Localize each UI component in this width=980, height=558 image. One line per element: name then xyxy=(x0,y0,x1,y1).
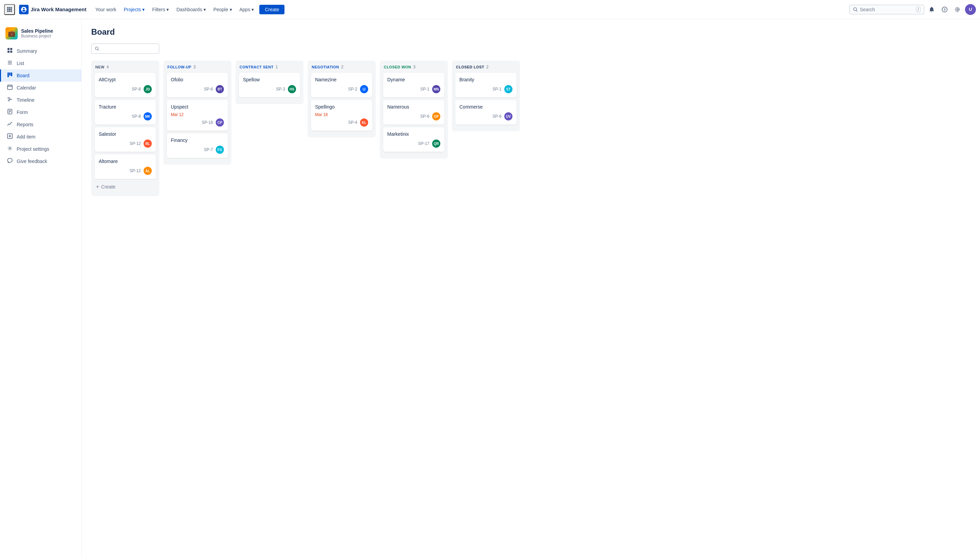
column-count-negotiation: 2 xyxy=(341,65,343,69)
card-id: SP-4 xyxy=(348,120,357,125)
sidebar-label-board: Board xyxy=(17,73,29,78)
sidebar-item-calendar[interactable]: Calendar xyxy=(0,82,81,94)
card-avatar: HS xyxy=(288,85,296,93)
card-avatar: RL xyxy=(144,140,152,148)
project-avatar: 💼 xyxy=(5,27,18,39)
sidebar-label-summary: Summary xyxy=(17,48,37,54)
column-count-contract-sent: 1 xyxy=(276,65,278,69)
sidebar-item-timeline[interactable]: Timeline xyxy=(0,94,81,106)
app-name: Jira Work Management xyxy=(31,7,87,12)
card[interactable]: AltCrypt SP-8 JD xyxy=(95,73,156,97)
card[interactable]: Commerse SP-6 UV xyxy=(455,100,517,125)
card[interactable]: Branity SP-1 ST xyxy=(455,73,517,97)
card-avatar: QR xyxy=(432,140,440,148)
card[interactable]: Upspect Mar 12 SP-18 CP xyxy=(167,100,228,131)
card-id: SP-6 xyxy=(492,114,502,119)
card-title: Tracture xyxy=(98,104,152,110)
sidebar-label-list: List xyxy=(17,61,24,66)
create-button[interactable]: Create xyxy=(259,5,284,14)
card[interactable]: Marketinix SP-17 QR xyxy=(383,127,445,152)
sidebar-item-reports[interactable]: Reports xyxy=(0,118,81,131)
sidebar-item-summary[interactable]: Summary xyxy=(0,45,81,57)
nav-your-work[interactable]: Your work xyxy=(92,5,120,14)
card-title: Altomare xyxy=(98,159,152,164)
card-footer: SP-12 AL xyxy=(98,167,152,175)
card-avatar: UV xyxy=(504,112,512,120)
svg-rect-8 xyxy=(11,11,12,12)
card-id: SP-8 xyxy=(132,87,141,92)
card-title: Branity xyxy=(460,77,512,82)
card[interactable]: Financy SP-7 FG xyxy=(167,133,228,158)
nav-items: Your work Projects ▾ Filters ▾ Dashboard… xyxy=(92,5,285,14)
nav-people[interactable]: People ▾ xyxy=(210,5,235,14)
svg-rect-3 xyxy=(7,9,8,10)
filters-chevron-icon: ▾ xyxy=(166,7,169,12)
create-card-button[interactable]: + Create xyxy=(95,182,156,192)
project-header: 💼 Sales Pipeline Business project xyxy=(0,25,81,45)
plus-icon: + xyxy=(96,184,99,190)
nav-dashboards[interactable]: Dashboards ▾ xyxy=(173,5,209,14)
card[interactable]: Namerous SP-6 OP xyxy=(383,100,445,125)
card[interactable]: Namezine SP-2 IJ xyxy=(311,73,372,97)
card[interactable]: Altomare SP-12 AL xyxy=(95,154,156,179)
sidebar-item-board[interactable]: Board xyxy=(0,69,81,82)
card-id: SP-7 xyxy=(204,147,213,152)
project-type: Business project xyxy=(21,34,53,38)
board-column-closed-won: CLOSED WON3 Dyname SP-1 MN Namerous SP-6… xyxy=(380,61,448,159)
card-footer: SP-2 IJ xyxy=(315,85,368,93)
sidebar-item-form[interactable]: Form xyxy=(0,106,81,118)
card[interactable]: Salestor SP-12 RL xyxy=(95,127,156,152)
notifications-button[interactable] xyxy=(926,4,937,15)
svg-rect-16 xyxy=(8,51,10,53)
card[interactable]: Tracture SP-8 MK xyxy=(95,100,156,125)
sidebar-label-project-settings: Project settings xyxy=(17,146,49,152)
card-title: Marketinix xyxy=(387,131,440,137)
dashboards-chevron-icon: ▾ xyxy=(204,7,206,12)
project-name: Sales Pipeline xyxy=(21,28,53,34)
nav-apps[interactable]: Apps ▾ xyxy=(236,5,258,14)
sidebar-item-project-settings[interactable]: Project settings xyxy=(0,143,81,155)
card-title: Commerse xyxy=(460,104,512,110)
people-chevron-icon: ▾ xyxy=(230,7,232,12)
app-logo[interactable]: Jira Work Management xyxy=(16,5,89,14)
svg-rect-22 xyxy=(9,72,11,75)
search-icon xyxy=(853,7,858,12)
column-header-closed-won: CLOSED WON3 xyxy=(383,65,445,69)
svg-rect-18 xyxy=(8,61,12,62)
help-button[interactable]: ? xyxy=(939,4,950,15)
sidebar-item-give-feedback[interactable]: Give feedback xyxy=(0,155,81,167)
board-icon xyxy=(7,72,13,79)
board-search-input[interactable] xyxy=(102,46,156,51)
card-id: SP-6 xyxy=(420,114,429,119)
card-due-date: Mar 16 xyxy=(315,112,368,117)
search-box[interactable]: Search / xyxy=(849,5,924,14)
card[interactable]: Ofolio SP-6 BT xyxy=(167,73,228,97)
card-avatar: KL xyxy=(360,118,368,126)
card[interactable]: Spellow SP-3 HS xyxy=(239,73,300,97)
svg-rect-1 xyxy=(9,7,10,8)
nav-projects[interactable]: Projects ▾ xyxy=(120,5,148,14)
card[interactable]: Spellingo Mar 16 SP-4 KL xyxy=(311,100,372,131)
svg-line-11 xyxy=(857,10,858,11)
card-footer: SP-4 KL xyxy=(315,118,368,126)
svg-rect-21 xyxy=(8,72,9,77)
nav-filters[interactable]: Filters ▾ xyxy=(149,5,172,14)
card-id: SP-2 xyxy=(348,87,357,92)
sidebar-item-list[interactable]: List xyxy=(0,57,81,69)
board-column-follow-up: FOLLOW-UP3 Ofolio SP-6 BT Upspect Mar 12… xyxy=(163,61,231,165)
svg-point-10 xyxy=(854,8,857,11)
settings-button[interactable] xyxy=(952,4,963,15)
sidebar-item-add-item[interactable]: Add item xyxy=(0,131,81,143)
card-footer: SP-8 JD xyxy=(98,85,152,93)
column-title-follow-up: FOLLOW-UP xyxy=(167,65,191,69)
svg-rect-30 xyxy=(8,100,10,101)
board-search-box[interactable] xyxy=(91,44,159,54)
board-column-closed-lost: CLOSED LOST2 Branity SP-1 ST Commerse SP… xyxy=(452,61,520,131)
card-title: Upspect xyxy=(171,104,224,110)
grid-menu-button[interactable] xyxy=(4,4,15,15)
app-layout: 💼 Sales Pipeline Business project Summar… xyxy=(0,19,980,558)
list-icon xyxy=(7,60,13,67)
user-avatar-button[interactable]: U xyxy=(965,4,976,15)
board-search-icon xyxy=(95,46,99,51)
card[interactable]: Dyname SP-1 MN xyxy=(383,73,445,97)
